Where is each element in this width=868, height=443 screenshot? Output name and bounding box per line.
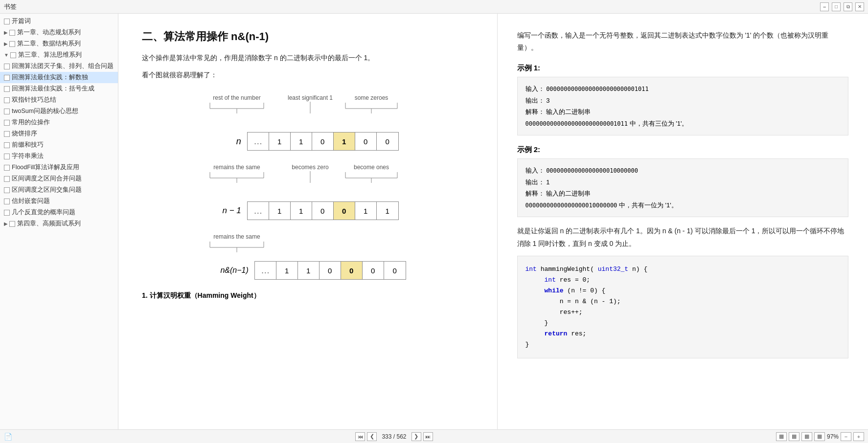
svg-text:remains the same: remains the same xyxy=(213,164,260,171)
sidebar-label-ch3: 第三章、算法思维系列 xyxy=(18,51,82,59)
restore-button[interactable]: ⧉ xyxy=(844,2,852,11)
nav-last-button[interactable]: ⏭ xyxy=(423,432,433,441)
na-bit-5: 0 xyxy=(363,262,384,279)
example1-output-label: 输出： xyxy=(525,97,545,104)
n-bit-3: 0 xyxy=(312,133,334,150)
sidebar-item-xinfeng[interactable]: 信封嵌套问题 xyxy=(0,196,118,207)
code-line-8: } xyxy=(525,339,841,350)
sidebar-checkbox-huisu-kuohao[interactable] xyxy=(4,86,10,92)
bottom-nav: ⏮ ❮ 333 / 562 ❯ ⏭ xyxy=(355,432,433,441)
sidebar-item-shuangzhi[interactable]: 双指针技巧总结 xyxy=(0,94,118,106)
code-line-4: n = n & (n - 1); xyxy=(525,296,841,307)
sidebar-checkbox-weiop[interactable] xyxy=(4,120,10,126)
example2-explain-code-row: 00000000000000000010000000 中，共有一位为 '1'。 xyxy=(525,199,841,211)
code-return-keyword: return xyxy=(545,330,568,337)
maximize-button[interactable]: □ xyxy=(832,2,841,11)
sidebar-label-twosum: twoSum问题的核心思想 xyxy=(12,107,78,115)
na-bit-3: 0 xyxy=(320,262,341,279)
arrow-icon-ch2: ▶ xyxy=(4,41,8,46)
sidebar-item-jige[interactable]: 几个反直觉的概率问题 xyxy=(0,207,118,218)
nav-first-button[interactable]: ⏮ xyxy=(355,432,365,441)
sidebar-checkbox-floodfill[interactable] xyxy=(4,165,10,171)
sidebar-item-qianjian-jiao[interactable]: 区间调度之区间交集问题 xyxy=(0,184,118,196)
zoom-out-button[interactable]: − xyxy=(841,432,851,441)
close-button[interactable]: ✕ xyxy=(855,2,864,11)
code-indent1 xyxy=(525,276,541,284)
example1-explain-label: 解释： xyxy=(525,108,545,115)
code-indent3 xyxy=(525,298,556,305)
sidebar-item-huisu-kuohao[interactable]: 回溯算法最佳实践：括号生成 xyxy=(0,83,118,94)
sidebar-item-floodfill[interactable]: FloodFill算法详解及应用 xyxy=(0,162,118,173)
sidebar-item-weiop[interactable]: 常用的位操作 xyxy=(0,117,118,128)
code-line-6: } xyxy=(525,318,841,329)
sidebar-checkbox-twosum[interactable] xyxy=(4,109,10,114)
svg-text:rest of the number: rest of the number xyxy=(213,94,260,101)
sidebar-checkbox-kaipian[interactable] xyxy=(4,19,10,24)
view-icon-btn-1[interactable]: ▦ xyxy=(776,432,787,441)
example1-input-value: 00000000000000000000000001011 xyxy=(546,86,649,92)
sidebar-item-shaobing[interactable]: 烧饼排序 xyxy=(0,128,118,139)
sidebar-item-huisu-shujie[interactable]: 回溯算法最佳实践：解数独 xyxy=(0,72,118,83)
svg-text:least significant 1: least significant 1 xyxy=(288,94,333,101)
sidebar-checkbox-jige[interactable] xyxy=(4,210,10,216)
content-area: 二、算法常用操作 n&(n-1) 这个操作是算法中常见的，作用是消除数字 n 的… xyxy=(118,14,868,429)
diagram-na-annotations-svg: remains the same xyxy=(195,232,420,261)
sidebar-item-zifuchuan[interactable]: 字符串乘法 xyxy=(0,151,118,162)
example1-explain-code-row: 00000000000000000000000001011 中，共有三位为 '1… xyxy=(525,118,841,130)
sidebar-checkbox-shuangzhi[interactable] xyxy=(4,97,10,103)
nav-prev-button[interactable]: ❮ xyxy=(367,432,377,441)
sidebar-item-twosum[interactable]: twoSum问题的核心思想 xyxy=(0,106,118,117)
sidebar-item-qianhui[interactable]: 前缀和技巧 xyxy=(0,139,118,151)
view-icon-btn-3[interactable]: ▦ xyxy=(801,432,812,441)
sidebar-label-ch1: 第一章、动态规划系列 xyxy=(17,28,81,37)
app-title: 书签 xyxy=(4,2,17,11)
sidebar-item-qianjian-he[interactable]: 区间调度之区间合并问题 xyxy=(0,173,118,184)
n-bit-6: 0 xyxy=(377,133,398,150)
sidebar-checkbox-qianjian-he[interactable] xyxy=(4,176,10,182)
sidebar-checkbox-huisu-zuhe[interactable] xyxy=(4,64,10,69)
sidebar-item-ch2[interactable]: ▶ 第二章、数据结构系列 xyxy=(0,38,118,49)
code-res-inc: res++; xyxy=(560,309,583,316)
sidebar-item-huisu-zuhe[interactable]: 回溯算法团灭子集、排列、组合问题 xyxy=(0,61,118,72)
code-line-5: res++; xyxy=(525,307,841,318)
sidebar-label-ch2: 第二章、数据结构系列 xyxy=(17,40,81,48)
arrow-icon-ch3: ▼ xyxy=(4,52,9,58)
sidebar-checkbox-ch4[interactable] xyxy=(9,221,15,227)
sidebar-item-ch4[interactable]: ▶ 第四章、高频面试系列 xyxy=(0,218,118,229)
view-icon-btn-4[interactable]: ▦ xyxy=(814,432,825,441)
svg-text:becomes zero: becomes zero xyxy=(292,164,329,171)
example2-output-value: 1 xyxy=(546,178,549,186)
title-bar-controls: ‒ □ ⧉ ✕ xyxy=(820,2,864,11)
nav-next-button[interactable]: ❯ xyxy=(411,432,421,441)
sidebar-checkbox-qianhui[interactable] xyxy=(4,142,10,148)
example2-input-value: 00000000000000000010000000 xyxy=(546,167,638,174)
sidebar-item-ch3[interactable]: ▼ 第三章、算法思维系列 xyxy=(0,49,118,61)
bottom-left-icon: 📄 xyxy=(4,433,12,441)
sidebar-checkbox-huisu-shujie[interactable] xyxy=(4,75,10,81)
sidebar-checkbox-zifuchuan[interactable] xyxy=(4,154,10,159)
page-indicator: 333 / 562 xyxy=(379,433,409,440)
sidebar-checkbox-ch3[interactable] xyxy=(10,52,16,58)
diagram-n1-row: n − 1 … 1 1 0 0 1 1 xyxy=(217,201,399,220)
example1-output-row: 输出： 3 xyxy=(525,95,841,106)
sidebar-checkbox-ch2[interactable] xyxy=(9,41,15,47)
view-icon-btn-2[interactable]: ▦ xyxy=(789,432,799,441)
sidebar-checkbox-xinfeng[interactable] xyxy=(4,199,10,204)
sidebar-label-qianjian-he: 区间调度之区间合并问题 xyxy=(12,175,82,183)
n-bit-2: 1 xyxy=(291,133,312,150)
code-fn-name: hammingWeight( xyxy=(541,266,594,273)
sidebar-item-ch1[interactable]: ▶ 第一章、动态规划系列 xyxy=(0,27,118,38)
zoom-in-button[interactable]: + xyxy=(853,432,864,441)
na-bit-0: … xyxy=(255,262,276,279)
sidebar-checkbox-ch1[interactable] xyxy=(9,30,15,36)
minimize-button[interactable]: ‒ xyxy=(820,2,829,11)
sidebar-item-kaipian[interactable]: 开篇词 xyxy=(0,16,118,27)
sidebar-label-qianhui: 前缀和技巧 xyxy=(12,141,44,149)
example2-explain-text: 输入的二进制串 xyxy=(546,190,591,197)
page-current: 333 xyxy=(382,433,391,440)
sidebar-checkbox-shaobing[interactable] xyxy=(4,131,10,137)
code-indent6 xyxy=(525,330,541,337)
example1-explain-code: 00000000000000000000000001011 xyxy=(525,120,628,127)
n-bit-1: 1 xyxy=(269,133,291,150)
sidebar-checkbox-qianjian-jiao[interactable] xyxy=(4,187,10,193)
